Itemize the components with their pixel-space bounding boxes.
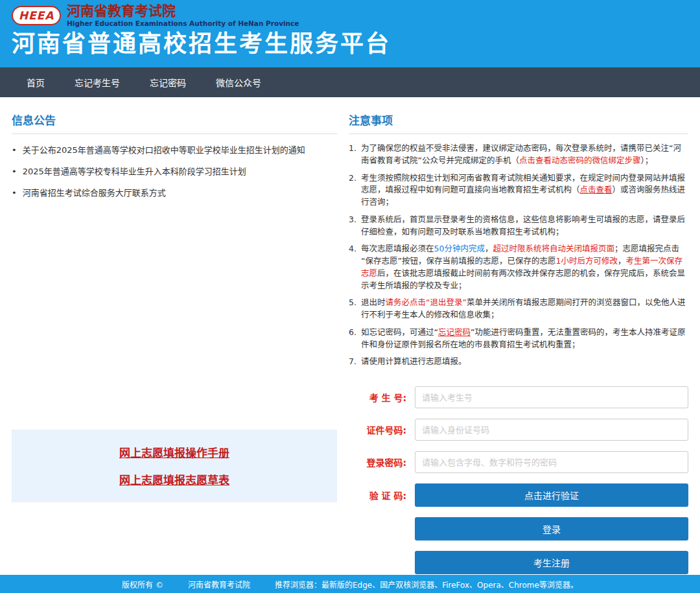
site-header: HEEA 河南省教育考试院 Higher Education Examinati… bbox=[0, 0, 700, 67]
announcement-item[interactable]: •河南省招生考试综合服务大厅联系方式 bbox=[12, 187, 337, 199]
announcement-item[interactable]: •2025年普通高等学校专科毕业生升入本科阶段学习招生计划 bbox=[12, 166, 337, 178]
password-row: 登录密码: bbox=[349, 451, 688, 473]
note-number: 4. bbox=[349, 243, 361, 292]
note-segment: 请务必点击“退出登录” bbox=[386, 297, 467, 307]
note-segment: 50分钟内完成 bbox=[434, 244, 485, 253]
org-name: 河南省教育考试院 bbox=[67, 4, 299, 18]
brand-row: HEEA 河南省教育考试院 Higher Education Examinati… bbox=[12, 5, 700, 27]
footer: 版权所有 © 河南省教育考试院 推荐浏览器：最新版的Edge、国产双核浏览器、F… bbox=[0, 575, 700, 593]
note-item: 4.每次志愿填报必须在50分钟内完成，超过时限系统将自动关闭填报页面；志愿填报完… bbox=[349, 243, 688, 292]
footer-org: 河南省教育考试院 bbox=[188, 579, 250, 590]
note-segment: ）； bbox=[641, 156, 653, 165]
notes-section: 注意事项 1.为了确保您的权益不受非法侵害，建议绑定动态密码，每次登录系统时，请… bbox=[349, 111, 688, 575]
note-number: 1. bbox=[349, 143, 361, 167]
note-segment: 超过时限系统将自动关闭填报页面 bbox=[493, 244, 614, 253]
note-item: 5.退出时请务必点击“退出登录”菜单并关闭所有填报志愿期间打开的浏览器窗口，以免… bbox=[349, 297, 688, 321]
password-input[interactable] bbox=[415, 451, 688, 473]
heea-logo: HEEA bbox=[12, 6, 61, 25]
bullet-icon: • bbox=[12, 166, 17, 178]
handbook-link[interactable]: 网上志愿填报志愿草表 bbox=[119, 471, 229, 487]
candidate-number-input[interactable] bbox=[415, 386, 688, 408]
handbook-link[interactable]: 网上志愿填报操作手册 bbox=[119, 444, 229, 460]
handbook-box: 网上志愿填报操作手册网上志愿填报志愿草表 bbox=[12, 430, 337, 502]
id-number-row: 证件号码: bbox=[349, 419, 688, 441]
announcement-text: 河南省招生考试综合服务大厅联系方式 bbox=[23, 187, 166, 199]
note-text: 每次志愿填报必须在50分钟内完成，超过时限系统将自动关闭填报页面；志愿填报完点击… bbox=[361, 243, 688, 292]
note-segment: 退出时 bbox=[361, 297, 386, 307]
note-text: 退出时请务必点击“退出登录”菜单并关闭所有填报志愿期间打开的浏览器窗口，以免他人… bbox=[361, 297, 688, 321]
captcha-button[interactable]: 点击进行验证 bbox=[415, 483, 688, 507]
candidate-number-label: 考 生 号: bbox=[349, 391, 415, 404]
bullet-icon: • bbox=[12, 145, 17, 156]
note-text: 如忘记密码，可通过“忘记密码”功能进行密码重置，无法重置密码的，考生本人持准考证… bbox=[361, 327, 688, 351]
note-number: 7. bbox=[349, 356, 361, 368]
note-item: 3.登录系统后，首页显示登录考生的资格信息，这些信息将影响考生可填报的志愿，请登… bbox=[349, 214, 688, 238]
nav-item-wechat-official-account[interactable]: 微信公众号 bbox=[201, 67, 276, 97]
login-button[interactable]: 登录 bbox=[415, 517, 688, 541]
announcement-item[interactable]: •关于公布2025年普通高等学校对口招收中等职业学校毕业生招生计划的通知 bbox=[12, 145, 337, 156]
brand-text: 河南省教育考试院 Higher Education Examinations A… bbox=[67, 4, 299, 27]
note-link[interactable]: 点击查看动态密码的微信绑定步骤 bbox=[519, 156, 641, 165]
site-title: 河南省普通高校招生考生服务平台 bbox=[12, 30, 700, 57]
announcement-text: 2025年普通高等学校专科毕业生升入本科阶段学习招生计划 bbox=[23, 166, 246, 178]
note-segment: 每次志愿填报必须在 bbox=[361, 244, 434, 253]
bullet-icon: • bbox=[12, 187, 17, 199]
note-item: 7.请使用计算机进行志愿填报。 bbox=[349, 356, 688, 368]
org-name-en: Higher Education Examinations Authority … bbox=[67, 19, 299, 27]
heea-logo-text: HEEA bbox=[19, 9, 54, 22]
captcha-row: 验 证 码: 点击进行验证 bbox=[349, 483, 688, 507]
note-segment: 如忘记密码，可通过“ bbox=[361, 327, 438, 337]
announcement-list: •关于公布2025年普通高等学校对口招收中等职业学校毕业生招生计划的通知•202… bbox=[12, 145, 337, 209]
announcements-section: 信息公告 •关于公布2025年普通高等学校对口招收中等职业学校毕业生招生计划的通… bbox=[12, 111, 337, 575]
notes-title: 注意事项 bbox=[349, 111, 688, 134]
note-number: 3. bbox=[349, 214, 361, 238]
notes-list: 1.为了确保您的权益不受非法侵害，建议绑定动态密码，每次登录系统时，请携带已关注… bbox=[349, 143, 688, 373]
note-link[interactable]: 点击查看 bbox=[580, 185, 612, 194]
note-text: 为了确保您的权益不受非法侵害，建议绑定动态密码，每次登录系统时，请携带已关注“河… bbox=[361, 143, 688, 167]
login-form: 考 生 号:证件号码:登录密码: 验 证 码: 点击进行验证 登录 考生注册 bbox=[349, 386, 688, 575]
note-segment: 后，在该批志愿填报截止时间前有两次修改并保存志愿的机会，保存完成后，系统会显示考… bbox=[361, 268, 685, 290]
announcements-title: 信息公告 bbox=[12, 111, 337, 134]
page: HEEA 河南省教育考试院 Higher Education Examinati… bbox=[0, 0, 700, 593]
footer-copyright: 版权所有 © bbox=[122, 579, 163, 590]
register-button-row: 考生注册 bbox=[349, 551, 688, 574]
login-button-row: 登录 bbox=[349, 517, 688, 541]
footer-browsers: 推荐浏览器：最新版的Edge、国产双核浏览器、FireFox、Opera、Chr… bbox=[275, 579, 578, 590]
nav-item-home[interactable]: 首页 bbox=[12, 67, 60, 97]
note-number: 6. bbox=[349, 327, 361, 351]
password-label: 登录密码: bbox=[349, 456, 415, 469]
main-nav: 首页忘记考生号忘记密码微信公众号 bbox=[0, 67, 700, 97]
note-text: 考生须按照院校招生计划和河南省教育考试院相关通知要求，在规定时间内登录网站并填报… bbox=[361, 172, 688, 209]
register-button[interactable]: 考生注册 bbox=[415, 551, 688, 574]
captcha-label: 验 证 码: bbox=[349, 489, 415, 502]
note-text: 登录系统后，首页显示登录考生的资格信息，这些信息将影响考生可填报的志愿，请登录后… bbox=[361, 214, 688, 238]
note-segment: 1小时后方可修改 bbox=[555, 256, 617, 266]
note-segment: 请使用计算机进行志愿填报。 bbox=[361, 356, 467, 366]
candidate-number-row: 考 生 号: bbox=[349, 386, 688, 408]
note-item: 6.如忘记密码，可通过“忘记密码”功能进行密码重置，无法重置密码的，考生本人持准… bbox=[349, 327, 688, 351]
note-item: 2.考生须按照院校招生计划和河南省教育考试院相关通知要求，在规定时间内登录网站并… bbox=[349, 172, 688, 209]
id-number-label: 证件号码: bbox=[349, 423, 415, 436]
note-item: 1.为了确保您的权益不受非法侵害，建议绑定动态密码，每次登录系统时，请携带已关注… bbox=[349, 143, 688, 167]
announcement-text: 关于公布2025年普通高等学校对口招收中等职业学校毕业生招生计划的通知 bbox=[23, 145, 305, 156]
id-number-input[interactable] bbox=[415, 419, 688, 441]
note-text: 请使用计算机进行志愿填报。 bbox=[361, 356, 688, 368]
nav-item-forgot-candidate-number[interactable]: 忘记考生号 bbox=[60, 67, 135, 97]
note-segment: 登录系统后，首页显示登录考生的资格信息，这些信息将影响考生可填报的志愿，请登录后… bbox=[361, 215, 685, 237]
note-number: 5. bbox=[349, 297, 361, 321]
note-link[interactable]: 忘记密码 bbox=[438, 327, 471, 337]
login-fields: 考 生 号:证件号码:登录密码: bbox=[349, 386, 688, 473]
nav-item-forgot-password[interactable]: 忘记密码 bbox=[135, 67, 201, 97]
note-number: 2. bbox=[349, 172, 361, 209]
note-segment: ， bbox=[485, 244, 493, 253]
main-content: 信息公告 •关于公布2025年普通高等学校对口招收中等职业学校毕业生招生计划的通… bbox=[0, 97, 700, 575]
note-segment: ， bbox=[618, 256, 626, 266]
